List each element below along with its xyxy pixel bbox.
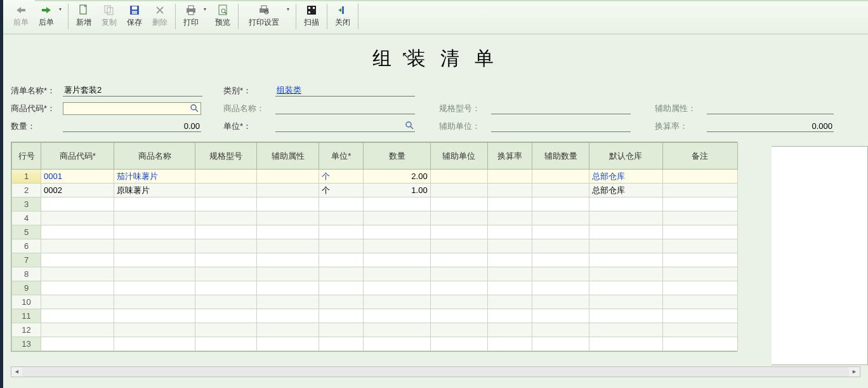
table-cell[interactable] bbox=[41, 337, 114, 351]
table-cell[interactable] bbox=[114, 197, 195, 211]
table-cell[interactable]: 1 bbox=[12, 170, 41, 184]
table-cell[interactable] bbox=[319, 295, 364, 309]
table-cell[interactable] bbox=[487, 253, 532, 267]
table-cell[interactable] bbox=[256, 197, 319, 211]
table-cell[interactable] bbox=[487, 225, 532, 239]
table-cell[interactable] bbox=[256, 211, 319, 225]
close-button[interactable]: 关闭 bbox=[330, 3, 355, 30]
table-cell[interactable] bbox=[364, 337, 430, 351]
table-cell[interactable] bbox=[430, 281, 487, 295]
table-cell[interactable] bbox=[364, 211, 430, 225]
table-cell[interactable] bbox=[41, 253, 114, 267]
table-cell[interactable] bbox=[589, 323, 662, 337]
data-grid[interactable]: 行号 商品代码* 商品名称 规格型号 辅助属性 单位* 数量 辅助单位 换算率 … bbox=[11, 142, 738, 351]
table-cell[interactable] bbox=[430, 184, 487, 197]
table-cell[interactable] bbox=[195, 170, 256, 184]
table-cell[interactable] bbox=[487, 197, 532, 211]
col-aux-unit[interactable]: 辅助单位 bbox=[430, 143, 487, 170]
table-cell[interactable] bbox=[662, 239, 737, 253]
table-row[interactable]: 3 bbox=[12, 197, 738, 211]
scan-button[interactable]: 扫描 bbox=[299, 3, 324, 30]
qty-field[interactable] bbox=[63, 121, 201, 132]
col-name[interactable]: 商品名称 bbox=[114, 143, 195, 170]
table-cell[interactable] bbox=[256, 184, 319, 197]
table-cell[interactable] bbox=[430, 253, 487, 267]
table-cell[interactable] bbox=[256, 170, 319, 184]
table-cell[interactable]: 4 bbox=[12, 211, 41, 225]
table-cell[interactable] bbox=[114, 323, 195, 337]
table-cell[interactable] bbox=[487, 170, 532, 184]
table-cell[interactable] bbox=[319, 267, 364, 281]
aux-unit-field[interactable] bbox=[491, 121, 631, 132]
table-cell[interactable] bbox=[487, 309, 532, 323]
table-cell[interactable] bbox=[532, 211, 589, 225]
table-cell[interactable] bbox=[589, 337, 662, 351]
table-cell[interactable] bbox=[114, 309, 195, 323]
table-cell[interactable] bbox=[41, 197, 114, 211]
product-code-field[interactable] bbox=[63, 102, 201, 115]
table-cell[interactable] bbox=[430, 295, 487, 309]
delete-button[interactable]: 删除 bbox=[147, 3, 173, 30]
table-cell[interactable] bbox=[532, 267, 589, 281]
table-cell[interactable] bbox=[662, 323, 737, 337]
table-row[interactable]: 11 bbox=[12, 309, 738, 323]
table-cell[interactable]: 1.00 bbox=[364, 184, 430, 197]
table-cell[interactable]: 2 bbox=[12, 184, 41, 197]
table-cell[interactable] bbox=[487, 267, 532, 281]
table-cell[interactable]: 总部仓库 bbox=[589, 170, 662, 184]
table-cell[interactable] bbox=[41, 281, 114, 295]
table-cell[interactable]: 个 bbox=[319, 184, 364, 197]
table-cell[interactable] bbox=[532, 239, 589, 253]
table-cell[interactable]: 总部仓库 bbox=[589, 184, 662, 197]
table-row[interactable]: 7 bbox=[12, 253, 738, 267]
table-cell[interactable]: 3 bbox=[12, 197, 41, 211]
copy-button[interactable]: 复制 bbox=[96, 3, 122, 30]
table-cell[interactable] bbox=[364, 281, 430, 295]
table-cell[interactable] bbox=[532, 337, 589, 351]
table-cell[interactable]: 6 bbox=[12, 239, 41, 253]
table-cell[interactable] bbox=[195, 184, 256, 197]
table-cell[interactable] bbox=[319, 309, 364, 323]
table-cell[interactable] bbox=[532, 253, 589, 267]
table-cell[interactable] bbox=[114, 337, 195, 351]
table-cell[interactable] bbox=[41, 225, 114, 239]
table-cell[interactable]: 2.00 bbox=[364, 170, 430, 184]
table-cell[interactable] bbox=[430, 225, 487, 239]
table-cell[interactable] bbox=[662, 184, 737, 197]
table-cell[interactable] bbox=[195, 323, 256, 337]
table-cell[interactable] bbox=[487, 211, 532, 225]
table-cell[interactable] bbox=[532, 225, 589, 239]
unit-field[interactable] bbox=[275, 121, 415, 132]
col-qty[interactable]: 数量 bbox=[364, 143, 430, 170]
table-cell[interactable] bbox=[256, 239, 319, 253]
table-cell[interactable] bbox=[589, 211, 662, 225]
table-cell[interactable] bbox=[256, 337, 319, 351]
table-cell[interactable]: 0001 bbox=[41, 170, 114, 184]
col-aux-qty[interactable]: 辅助数量 bbox=[532, 143, 589, 170]
search-icon[interactable] bbox=[405, 121, 415, 131]
table-cell[interactable]: 个 bbox=[319, 170, 364, 184]
table-cell[interactable] bbox=[319, 253, 364, 267]
table-cell[interactable] bbox=[364, 309, 430, 323]
table-cell[interactable] bbox=[364, 239, 430, 253]
table-cell[interactable]: 13 bbox=[12, 337, 41, 351]
table-cell[interactable] bbox=[195, 253, 256, 267]
table-cell[interactable] bbox=[532, 197, 589, 211]
col-conv-rate[interactable]: 换算率 bbox=[487, 143, 532, 170]
table-cell[interactable] bbox=[662, 281, 737, 295]
table-cell[interactable] bbox=[589, 225, 662, 239]
table-row[interactable]: 5 bbox=[12, 225, 738, 239]
table-cell[interactable] bbox=[114, 253, 195, 267]
product-name-field[interactable] bbox=[275, 103, 415, 114]
table-cell[interactable] bbox=[589, 239, 662, 253]
col-remark[interactable]: 备注 bbox=[662, 143, 737, 170]
table-row[interactable]: 9 bbox=[12, 281, 738, 295]
table-cell[interactable] bbox=[364, 197, 430, 211]
table-row[interactable]: 12 bbox=[12, 323, 738, 337]
table-cell[interactable] bbox=[319, 211, 364, 225]
table-cell[interactable] bbox=[195, 211, 256, 225]
table-cell[interactable] bbox=[662, 170, 737, 184]
table-cell[interactable] bbox=[319, 239, 364, 253]
col-code[interactable]: 商品代码* bbox=[41, 143, 114, 170]
table-row[interactable]: 10 bbox=[12, 295, 738, 309]
